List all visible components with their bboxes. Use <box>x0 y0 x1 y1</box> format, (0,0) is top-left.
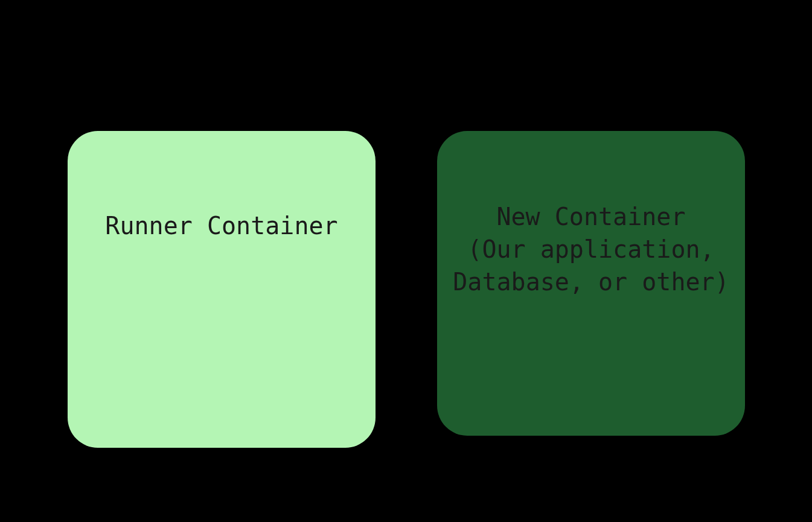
new-container-box: New Container (Our application, Database… <box>437 131 745 436</box>
runner-container-box: Runner Container <box>68 131 376 448</box>
runner-container-label: Runner Container <box>105 212 337 240</box>
new-container-label: New Container (Our application, Database… <box>453 203 729 296</box>
